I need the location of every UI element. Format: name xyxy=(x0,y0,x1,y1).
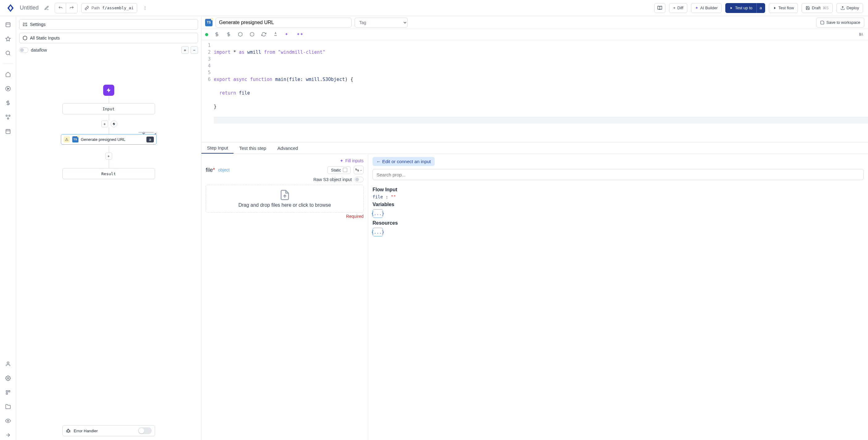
path-label: Path xyxy=(91,5,100,10)
wand-tool-icon[interactable]: ✦ xyxy=(285,32,290,37)
rail-folder-icon[interactable] xyxy=(3,402,13,412)
add-step-after-button[interactable]: + xyxy=(105,153,112,159)
bug-icon xyxy=(66,428,71,433)
code-lines: import * as wmill from "windmill-client"… xyxy=(214,40,868,142)
file-dropzone[interactable]: Drag and drop files here or click to bro… xyxy=(206,185,364,213)
file-upload-icon xyxy=(279,189,290,201)
raw-s3-toggle[interactable] xyxy=(354,177,364,182)
edit-connect-banner[interactable]: ← Edit or connect an input xyxy=(373,157,435,166)
required-label: Required xyxy=(206,214,364,219)
ai-builder-button[interactable]: ✦ AI Builder xyxy=(691,3,721,13)
path-display[interactable]: Path f/assembly_ai xyxy=(81,3,137,13)
rail-modules-icon[interactable] xyxy=(3,112,13,122)
box-tool-icon[interactable] xyxy=(238,32,243,37)
rail-user-icon[interactable] xyxy=(3,359,13,369)
reload-tool-icon[interactable] xyxy=(261,32,267,37)
svg-rect-0 xyxy=(6,23,10,27)
fill-inputs-link[interactable]: ✦ Fill inputs xyxy=(340,158,364,163)
action-label: Generate presigned URL xyxy=(81,137,126,142)
dataflow-toggle[interactable] xyxy=(19,47,28,53)
node-minibar xyxy=(138,132,154,133)
result-node[interactable]: Result xyxy=(62,168,155,179)
library-tool-icon[interactable] xyxy=(859,32,864,37)
static-mode-button[interactable]: Static xyxy=(328,166,350,174)
draft-kbd: ⌘S xyxy=(823,6,829,10)
tab-advanced[interactable]: Advanced xyxy=(272,142,304,153)
trigger-node[interactable] xyxy=(103,85,114,96)
svg-rect-10 xyxy=(8,390,10,392)
status-dot-icon xyxy=(205,33,208,36)
rail-search-icon[interactable] xyxy=(3,48,13,58)
windmill-logo[interactable] xyxy=(5,2,16,13)
edit-title-icon[interactable] xyxy=(42,4,51,12)
save-to-workspace-button[interactable]: Save to workspace xyxy=(816,18,864,28)
svg-rect-6 xyxy=(6,129,10,134)
rail-calendar-icon[interactable] xyxy=(3,126,13,136)
step-title-input[interactable] xyxy=(216,18,351,28)
error-handler-toggle[interactable] xyxy=(138,427,152,434)
resources-heading: Resources xyxy=(373,220,864,226)
more-menu-icon[interactable]: ⋮ xyxy=(141,3,150,13)
search-prop-input[interactable] xyxy=(373,169,864,180)
rail-plugin-icon[interactable] xyxy=(3,387,13,398)
project-title: Untitled xyxy=(20,5,39,11)
ts-icon: TS xyxy=(72,136,79,142)
action-node-a[interactable]: ⚠ TS Generate presigned URL a ✥ × xyxy=(61,134,157,145)
deploy-button[interactable]: Deploy xyxy=(836,3,863,13)
svg-point-3 xyxy=(6,115,7,116)
svg-point-4 xyxy=(9,115,10,116)
action-badge: a xyxy=(147,137,154,142)
svg-point-5 xyxy=(7,118,9,119)
raw-s3-label: Raw S3 object input xyxy=(313,177,352,182)
test-up-to-button[interactable]: Test up to xyxy=(725,3,756,13)
code-gutter: 1 2 3 4 5 6 xyxy=(202,40,214,142)
brush-tool-icon[interactable] xyxy=(273,32,279,37)
tab-test-this-step[interactable]: Test this step xyxy=(234,142,272,153)
rail-star-icon[interactable] xyxy=(3,34,13,44)
book-icon-button[interactable] xyxy=(654,3,665,13)
file-arg-label: file* xyxy=(206,167,215,173)
save-icon xyxy=(806,6,810,10)
code-editor[interactable]: 1 2 3 4 5 6 import * as wmill from "wind… xyxy=(202,40,868,142)
input-node[interactable]: Input xyxy=(62,103,155,114)
svg-point-8 xyxy=(7,378,9,379)
rail-home-icon[interactable] xyxy=(3,20,13,30)
svg-point-7 xyxy=(7,362,9,364)
dollar-tool-icon[interactable] xyxy=(214,32,220,37)
resources-expand-button[interactable]: {...} xyxy=(373,228,383,236)
draft-button[interactable]: Draft ⌘S xyxy=(802,3,833,13)
undo-button[interactable] xyxy=(55,3,66,13)
rail-house-icon[interactable] xyxy=(3,69,13,80)
svg-rect-13 xyxy=(67,430,69,432)
dollar-tool-icon-2[interactable] xyxy=(226,32,232,37)
all-static-inputs-button[interactable]: All Static Inputs xyxy=(19,33,198,43)
rail-play-icon[interactable] xyxy=(3,84,13,94)
test-flow-button[interactable]: Test flow xyxy=(769,3,798,13)
tag-select[interactable]: Tag xyxy=(354,18,408,28)
play-icon xyxy=(773,6,777,10)
rail-eye-icon[interactable] xyxy=(3,416,13,426)
flow-canvas[interactable]: Input + ⚠ TS Generate presigned URL a ✥ … xyxy=(16,54,201,440)
zoom-out-button[interactable]: − xyxy=(191,46,198,54)
zoom-in-button[interactable]: + xyxy=(181,46,189,54)
close-icon[interactable]: × xyxy=(154,131,160,137)
box-tool-icon-2[interactable] xyxy=(250,32,255,37)
rail-expand-icon[interactable] xyxy=(3,430,13,440)
svg-point-15 xyxy=(358,171,358,171)
svg-rect-11 xyxy=(6,393,8,394)
error-handler-row[interactable]: Error Handler xyxy=(62,425,155,436)
redo-button[interactable] xyxy=(66,3,77,13)
add-step-button[interactable]: + xyxy=(101,120,108,127)
tab-step-input[interactable]: Step Input xyxy=(202,142,234,153)
diff-button[interactable]: + Diff xyxy=(669,3,687,13)
step-ts-icon: TS xyxy=(205,19,213,26)
variables-expand-button[interactable]: {...} xyxy=(373,209,383,218)
play-icon xyxy=(729,6,733,10)
rail-gear-icon[interactable] xyxy=(3,373,13,383)
wand-tool-icon-2[interactable]: ✦✦ xyxy=(297,32,302,37)
add-branch-button[interactable] xyxy=(111,120,117,127)
settings-button[interactable]: Settings xyxy=(19,19,198,30)
rail-dollar-icon[interactable] xyxy=(3,98,13,108)
flow-input-file-prop[interactable]: file : "" xyxy=(373,194,864,199)
connect-input-button[interactable]: → xyxy=(354,166,364,174)
